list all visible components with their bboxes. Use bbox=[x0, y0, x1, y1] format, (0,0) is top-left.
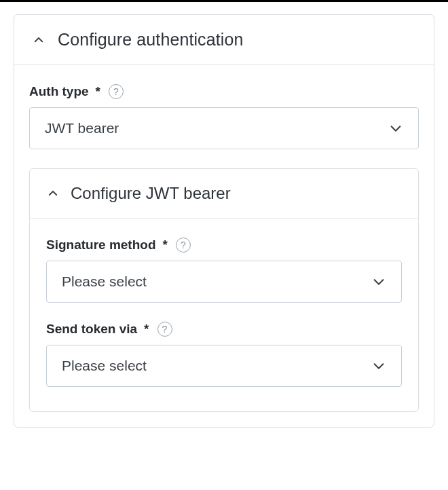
signature-method-label: Signature method bbox=[46, 238, 156, 252]
signature-method-value: Please select bbox=[62, 274, 147, 290]
panel-title: Configure authentication bbox=[58, 30, 243, 50]
help-icon[interactable]: ? bbox=[157, 322, 172, 337]
label-row: Auth type * ? bbox=[29, 84, 419, 99]
panel-body: Auth type * ? JWT bearer bbox=[14, 65, 434, 427]
panel-header-configure-jwt-bearer[interactable]: Configure JWT bearer bbox=[30, 169, 418, 218]
required-indicator: * bbox=[163, 238, 168, 252]
signature-method-select[interactable]: Please select bbox=[46, 261, 402, 303]
chevron-up-icon bbox=[32, 33, 45, 47]
field-signature-method: Signature method * ? Please select bbox=[46, 238, 402, 303]
help-icon[interactable]: ? bbox=[109, 84, 124, 99]
required-indicator: * bbox=[144, 322, 149, 337]
field-send-token-via: Send token via * ? Please select bbox=[46, 322, 402, 387]
send-token-via-value: Please select bbox=[62, 358, 147, 374]
configure-authentication-panel: Configure authentication Auth type * ? J… bbox=[14, 14, 434, 428]
field-auth-type: Auth type * ? JWT bearer bbox=[29, 84, 419, 149]
chevron-down-icon bbox=[371, 358, 386, 373]
configure-jwt-bearer-panel: Configure JWT bearer Signature method * … bbox=[29, 168, 419, 412]
auth-type-label: Auth type bbox=[29, 84, 89, 99]
send-token-via-select[interactable]: Please select bbox=[46, 345, 402, 387]
help-icon[interactable]: ? bbox=[176, 238, 191, 252]
required-indicator: * bbox=[96, 84, 100, 99]
auth-type-select[interactable]: JWT bearer bbox=[29, 107, 419, 149]
label-row: Signature method * ? bbox=[46, 238, 402, 252]
auth-type-value: JWT bearer bbox=[45, 120, 119, 136]
label-row: Send token via * ? bbox=[46, 322, 402, 337]
panel-body: Signature method * ? Please select bbox=[30, 219, 418, 411]
chevron-down-icon bbox=[371, 274, 386, 289]
panel-header-configure-authentication[interactable]: Configure authentication bbox=[14, 15, 434, 64]
panel-title: Configure JWT bearer bbox=[71, 184, 231, 203]
send-token-via-label: Send token via bbox=[46, 322, 137, 337]
chevron-up-icon bbox=[46, 187, 60, 200]
chevron-down-icon bbox=[388, 121, 403, 136]
